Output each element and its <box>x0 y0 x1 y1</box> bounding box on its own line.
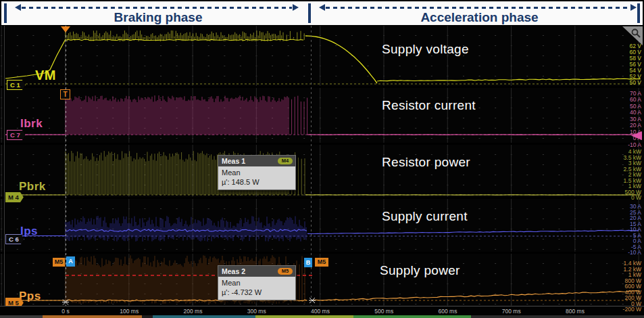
scale-label: -10 A <box>628 142 641 148</box>
time-tick-label: 100 ms <box>109 308 149 315</box>
status-strip-segment <box>43 315 142 318</box>
banner-left-bar <box>4 3 7 23</box>
time-axis: 0 s100 ms200 ms300 ms400 ms500 ms600 ms7… <box>0 306 644 316</box>
trigger-position-icon[interactable] <box>61 26 70 32</box>
pbrk-channel-band <box>0 145 644 197</box>
meas2-header[interactable]: Meas 2 M5 <box>218 266 295 277</box>
meas1-source-badge: M4 <box>278 158 293 164</box>
scale-label: 0 A <box>633 135 641 141</box>
meas2-stat: Mean <box>222 278 292 288</box>
channel-badge-c1[interactable]: C 1 <box>7 80 26 90</box>
time-tick-label: 700 ms <box>491 308 532 315</box>
time-tick-label: 200 ms <box>173 308 214 315</box>
annotation-resistor-current: Resistor current <box>382 98 476 113</box>
cursor-a-badge[interactable]: A <box>66 256 75 267</box>
ibrk-label: Ibrk <box>20 117 43 131</box>
status-strip-segment <box>0 315 43 318</box>
time-tick-label: 800 ms <box>555 308 595 315</box>
scale-label: 40 A <box>630 110 641 116</box>
status-strip-segment <box>153 315 255 318</box>
meas-gate-m5-right-badge[interactable]: M5 <box>315 258 328 267</box>
supply-voltage-waveform <box>0 26 644 86</box>
scale-label: 10 A <box>630 129 641 135</box>
annotation-supply-current: Supply current <box>382 209 468 224</box>
vm-label: VM <box>35 68 56 83</box>
pps-scale: 1.4 kW1.2 kW1 kW800 W600 W400 W200 W0 W-… <box>602 260 641 308</box>
scale-label: 50 V <box>630 80 642 86</box>
meas1-stat: Mean <box>222 168 292 177</box>
ibrk-channel-band <box>0 88 644 143</box>
acceleration-phase-label: Acceleration phase <box>319 10 640 25</box>
time-tick-label: 0 s <box>45 308 86 315</box>
scale-label: 30 A <box>630 116 641 122</box>
meas2-title: Meas 2 <box>222 267 245 275</box>
resistor-current-waveform <box>0 88 644 143</box>
status-strip-segment <box>353 315 471 318</box>
annotation-supply-power: Supply power <box>380 263 460 278</box>
ibrk-scale: 70 A60 A50 A40 A30 A20 A10 A0 A-10 A <box>602 91 641 147</box>
scale-label: -10 A <box>628 250 641 256</box>
scale-label: 20 A <box>630 122 641 129</box>
bottom-status-strip <box>0 315 644 318</box>
trigger-badge[interactable]: T <box>60 89 70 99</box>
oscilloscope-screenshot: Braking phase Acceleration phase T <box>0 0 644 318</box>
status-strip-segment <box>255 315 353 318</box>
time-tick-labels: 0 s100 ms200 ms300 ms400 ms500 ms600 ms7… <box>45 308 595 315</box>
braking-phase-label: Braking phase <box>8 10 308 25</box>
channel-badge-c6[interactable]: C 6 <box>5 234 24 244</box>
resistor-power-waveform <box>0 145 644 197</box>
time-tick-label: 300 ms <box>237 308 277 315</box>
plot-left-edge <box>4 26 5 306</box>
meas1-title: Meas 1 <box>222 157 245 165</box>
meas1-value: µ': 148.5 W <box>222 177 292 187</box>
pbrk-label: Pbrk <box>19 180 46 194</box>
channel-badge-m4[interactable]: M 4 <box>5 192 24 202</box>
annotation-resistor-power: Resistor power <box>382 155 470 170</box>
channel-badge-c7[interactable]: C 7 <box>7 130 26 140</box>
status-strip-segment <box>142 315 153 318</box>
ips-scale: 30 A25 A20 A15 A10 A5 A0 A-5 A-10 A <box>602 204 641 251</box>
meas2-value: µ': -4.732 W <box>222 288 292 297</box>
phase-banner: Braking phase Acceleration phase <box>1 1 643 25</box>
scale-label: -200 W <box>623 306 641 313</box>
meas2-source-badge: M5 <box>278 268 293 275</box>
pbrk-scale: 4 kW3.5 kW3 kW2.5 kW2 kW1.5 kW1 kW500 W0… <box>602 149 641 196</box>
status-strip-segment <box>471 315 644 318</box>
meas1-box[interactable]: Meas 1 M4 Mean µ': 148.5 W <box>218 155 296 190</box>
banner-middle-bar <box>308 3 311 23</box>
scale-label: 0 W <box>631 195 641 201</box>
scope-graticule: T VM Ibrk Pbrk Ips Pps C 1 C 7 M 4 C 6 M… <box>0 26 644 318</box>
scale-label: 50 A <box>630 104 641 110</box>
vm-channel-band <box>0 26 644 86</box>
meas1-header[interactable]: Meas 1 M4 <box>218 156 295 166</box>
ips-channel-band <box>0 199 644 252</box>
vm-scale: 62 V60 V58 V56 V54 V52 V50 V <box>602 43 641 86</box>
time-tick-label: 600 ms <box>428 308 468 315</box>
scale-label: 70 A <box>630 91 641 97</box>
scale-label: 60 A <box>630 97 641 103</box>
ips-label: Ips <box>20 225 38 238</box>
time-tick-label: 400 ms <box>300 308 341 315</box>
supply-current-waveform <box>0 199 644 252</box>
time-tick-label: 500 ms <box>364 308 404 315</box>
annotation-supply-voltage: Supply voltage <box>382 42 469 57</box>
meas-gate-m5-left-badge[interactable]: M5 <box>53 258 65 267</box>
accel-arrow-icon <box>326 7 630 9</box>
cursor-b-badge[interactable]: B <box>304 258 312 267</box>
braking-arrow-icon <box>22 7 292 9</box>
meas2-box[interactable]: Meas 2 M5 Mean µ': -4.732 W <box>218 265 296 300</box>
